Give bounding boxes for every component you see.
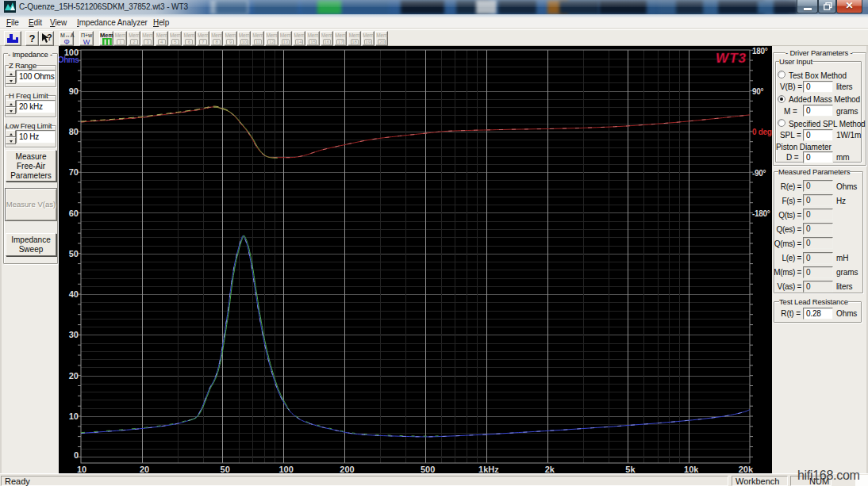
svg-text:20: 20 <box>140 465 149 474</box>
svg-text:1kHz: 1kHz <box>478 465 499 474</box>
svg-text:?: ? <box>47 33 52 42</box>
svg-text:2k: 2k <box>545 465 555 474</box>
svg-text:20: 20 <box>69 371 79 381</box>
svg-text:40: 40 <box>69 289 79 299</box>
svg-text:20k: 20k <box>739 465 754 474</box>
svg-text:50: 50 <box>221 465 230 474</box>
svg-text:70: 70 <box>69 167 79 177</box>
svg-text:30: 30 <box>69 330 79 339</box>
svg-text:500: 500 <box>421 465 435 474</box>
svg-text:60: 60 <box>69 209 79 218</box>
svg-text:Ohms: Ohms <box>59 55 79 64</box>
svg-text:90°: 90° <box>752 87 764 96</box>
svg-text:-180°: -180° <box>752 209 770 218</box>
svg-text:-90°: -90° <box>752 169 766 178</box>
svg-text:180°: 180° <box>752 47 768 55</box>
svg-text:90: 90 <box>69 86 79 96</box>
svg-text:100: 100 <box>278 465 293 474</box>
svg-text:10: 10 <box>77 465 86 474</box>
svg-text:10: 10 <box>69 411 79 421</box>
svg-text:WT3: WT3 <box>716 51 747 66</box>
svg-text:0 deg: 0 deg <box>752 128 772 136</box>
svg-text:0: 0 <box>74 450 79 460</box>
svg-text:200: 200 <box>340 465 354 474</box>
svg-text:80: 80 <box>69 127 79 136</box>
svg-text:50: 50 <box>69 249 79 258</box>
svg-text:5k: 5k <box>625 465 636 474</box>
svg-text:10k: 10k <box>684 465 699 474</box>
